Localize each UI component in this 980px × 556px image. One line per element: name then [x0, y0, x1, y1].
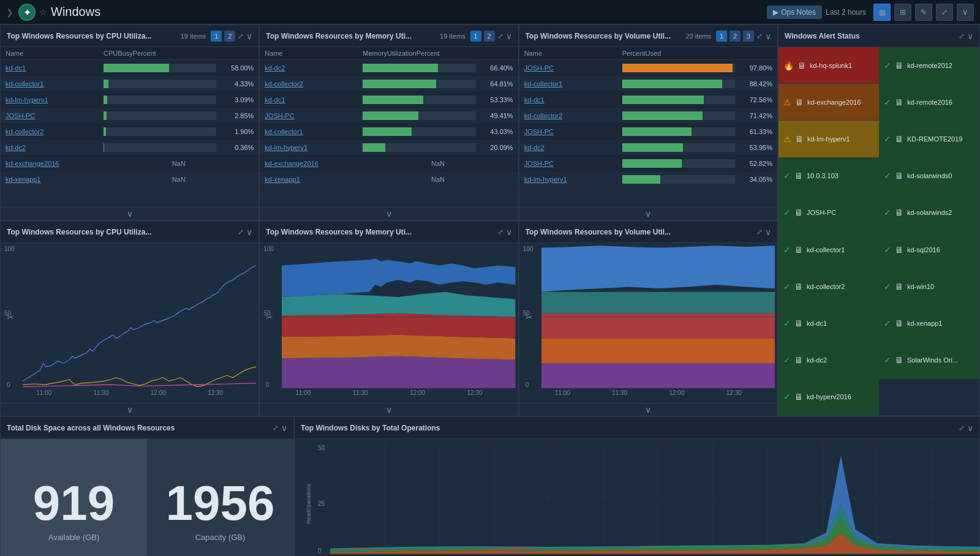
table-row: kd-collector188.42% — [519, 76, 777, 92]
table-row: JOSH-PC52.82% — [519, 156, 777, 171]
svg-marker-38 — [330, 456, 980, 548]
vol-page3-btn[interactable]: 3 — [743, 31, 754, 42]
more-options-btn[interactable]: ∨ — [957, 4, 974, 21]
vol-chart-expand[interactable]: ⤢ — [756, 228, 763, 236]
alert-panel-header: Windows Alert Status ⤢ ∨ — [778, 25, 979, 47]
vol-table-chevron[interactable]: ∨ — [765, 31, 771, 41]
ops-panel-chevron[interactable]: ∨ — [967, 423, 973, 433]
ops-notes-button[interactable]: ▶ Ops Notes — [767, 6, 822, 19]
vol-y-min: 0 — [526, 381, 529, 388]
vol-page2-btn[interactable]: 2 — [729, 31, 741, 42]
cpu-x-labels: 11:00 11:30 12:00 12:30 — [3, 388, 256, 397]
mem-table: Name MemoryUtilizationPercent kd-dc266.4… — [260, 47, 518, 207]
vol-col-headers: Name PercentUsed — [519, 47, 777, 60]
svg-marker-9 — [282, 258, 515, 297]
mem-table-chevron[interactable]: ∨ — [506, 31, 512, 41]
cpu-chart-expand[interactable]: ⤢ — [238, 228, 244, 236]
disk-space-panel: Total Disk Space across all Windows Reso… — [0, 416, 294, 556]
table-row: kd-collector14.33% — [1, 76, 258, 92]
disk-panel-chevron[interactable]: ∨ — [281, 423, 287, 433]
disk-expand-icon[interactable]: ⤢ — [273, 424, 279, 432]
server-icon: 🖥 — [794, 282, 803, 291]
alert-item: ✓ 🖥 10.0.3.103 — [778, 158, 879, 195]
edit-icon-btn[interactable]: ✎ — [915, 4, 932, 21]
mem-expand-icon[interactable]: ⤢ — [497, 32, 503, 40]
cpu-table-title: Top Windows Resources by CPU Utiliza... — [7, 32, 151, 40]
alert-item: ✓ 🖥 SolarWinds Ori... — [879, 342, 979, 379]
server-icon: 🖥 — [895, 134, 903, 144]
vol-table-title: Top Windows Resources by Volume Util... — [526, 32, 671, 40]
vol-chart-title: Top Windows Resources by Volume Util... — [526, 228, 671, 236]
alert-item: ✓ 🖥 KD-REMOTE2019 — [879, 121, 979, 157]
server-icon: 🖥 — [794, 171, 803, 181]
vol-chart-area: 100 50 0 ✂ — [519, 243, 777, 403]
mem-page1-btn[interactable]: 1 — [470, 31, 481, 42]
svg-text:✦: ✦ — [23, 7, 31, 18]
vol-page1-btn[interactable]: 1 — [716, 31, 727, 42]
vol-chart-chevron[interactable]: ∨ — [765, 227, 771, 237]
cpu-chart-area: 100 50 0 ✂ 11:00 1 — [1, 243, 258, 403]
disk-available-value: 919 — [33, 479, 115, 528]
vol-col-value: PercentUsed — [622, 50, 772, 57]
check-icon: ✓ — [884, 61, 891, 70]
svg-marker-6 — [282, 335, 515, 360]
ops-y-axis-label: ReadOperations — [306, 484, 312, 524]
ops-chart-area: ReadOperations 50 25 0 — [295, 439, 979, 556]
server-icon: 🖥 — [795, 97, 804, 107]
app-logo: ✦ — [18, 4, 36, 21]
check-icon: ✓ — [884, 245, 891, 255]
table-row: kd-lm-hyperv134.05% — [519, 171, 777, 187]
cpu-table-controls: 19 items 1 2 ⤢ ∨ — [181, 31, 253, 42]
vol-footer-chevron[interactable]: ∨ — [645, 209, 651, 219]
cpu-expand-icon[interactable]: ⤢ — [238, 32, 244, 40]
server-icon: 🖥 — [794, 355, 803, 365]
alert-item: ✓ 🖥 kd-solarwinds0 — [879, 158, 979, 195]
cpu-chart-panel: Top Windows Resources by CPU Utiliza... … — [0, 220, 259, 416]
favorite-icon[interactable]: ☆ — [39, 7, 47, 17]
cpu-footer-chevron[interactable]: ∨ — [127, 209, 133, 219]
mem-footer-chevron[interactable]: ∨ — [386, 209, 392, 219]
server-icon: 🖥 — [895, 355, 903, 365]
table-row: kd-lm-hyperv13.09% — [1, 92, 258, 108]
mem-chart-header: Top Windows Resources by Memory Uti... ⤢… — [260, 221, 518, 243]
check-icon: ✓ — [783, 318, 791, 328]
cpu-y-max: 100 — [4, 246, 15, 252]
vol-expand-icon[interactable]: ⤢ — [756, 32, 763, 40]
fullscreen-icon-btn[interactable]: ⤢ — [936, 4, 953, 21]
vol-chart-footer: ∨ — [519, 403, 777, 416]
mem-page2-btn[interactable]: 2 — [484, 31, 495, 42]
mem-chart-chevron[interactable]: ∨ — [506, 227, 512, 237]
header: ❯ ✦ ☆ Windows ▶ Ops Notes Last 2 hours ▦… — [0, 0, 980, 24]
grid-icon-btn[interactable]: ⊞ — [894, 4, 911, 21]
play-icon: ▶ — [773, 8, 778, 17]
mem-chart-footer-chevron[interactable]: ∨ — [386, 405, 392, 415]
check-icon: ✓ — [884, 355, 891, 365]
mem-chart-expand[interactable]: ⤢ — [497, 228, 503, 236]
mem-chart-title: Top Windows Resources by Memory Uti... — [266, 228, 412, 236]
cpu-table-chevron[interactable]: ∨ — [246, 31, 252, 41]
check-icon: ✓ — [783, 282, 791, 291]
table-row: kd-collector264.81% — [260, 76, 518, 92]
svg-marker-15 — [541, 314, 775, 339]
alert-item: ✓ 🖥 kd-win10 — [879, 268, 979, 305]
svg-marker-7 — [282, 314, 515, 339]
table-row: kd-collector21.90% — [1, 124, 258, 140]
server-icon: 🖥 — [895, 208, 903, 217]
calendar-icon-btn[interactable]: ▦ — [873, 4, 891, 21]
disk-panel-header: Total Disk Space across all Windows Reso… — [1, 417, 293, 439]
disk-content: 919 Available (GB) 1956 Capacity (GB) — [1, 439, 293, 556]
alert-expand-icon[interactable]: ⤢ — [959, 32, 965, 40]
mem-table-title: Top Windows Resources by Memory Uti... — [266, 32, 412, 40]
disk-panel-title: Total Disk Space across all Windows Reso… — [7, 424, 175, 432]
mem-col-headers: Name MemoryUtilizationPercent — [260, 47, 518, 60]
sidebar-toggle-icon[interactable]: ❯ — [6, 7, 13, 17]
cpu-chart-chevron[interactable]: ∨ — [246, 227, 252, 237]
cpu-chart-footer-chevron[interactable]: ∨ — [127, 405, 133, 415]
time-range-label: Last 2 hours — [826, 8, 866, 17]
ops-expand-icon[interactable]: ⤢ — [959, 424, 965, 432]
table-row: kd-exchange2016NaN — [260, 156, 518, 171]
vol-chart-footer-chevron[interactable]: ∨ — [645, 405, 651, 415]
cpu-page2-btn[interactable]: 2 — [224, 31, 235, 42]
alert-panel-chevron[interactable]: ∨ — [967, 31, 973, 41]
cpu-page1-btn[interactable]: 1 — [211, 31, 222, 42]
